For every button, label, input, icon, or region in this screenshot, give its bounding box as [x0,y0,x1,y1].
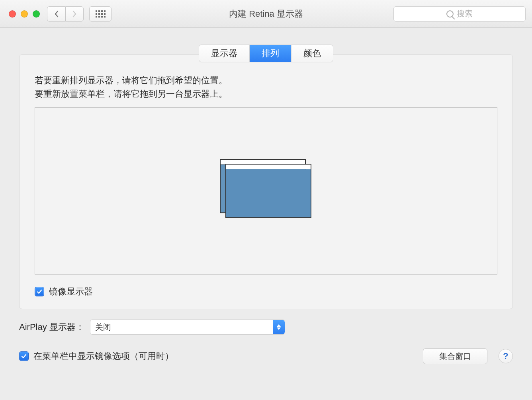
tab-color[interactable]: 颜色 [291,45,333,62]
grid-icon [96,10,106,18]
help-icon: ? [503,351,508,361]
search-icon [446,10,454,18]
check-icon [21,353,27,359]
window-title-text: 内建 Retina 显示器 [229,9,303,19]
display-1-menubar[interactable] [226,165,311,169]
show-mirroring-label: 在菜单栏中显示镜像选项（可用时） [33,350,174,362]
check-icon [36,288,43,295]
content-area: 显示器 排列 颜色 若要重新排列显示器，请将它们拖到希望的位置。 要重新放置菜单… [0,45,532,375]
back-button[interactable] [47,6,65,22]
airplay-select[interactable]: 关闭 [90,320,285,335]
footer-row: 在菜单栏中显示镜像选项（可用时） 集合窗口 ? [19,348,513,364]
bottom-area: AirPlay 显示器： 关闭 在菜单栏中显示镜像选项（可用时） 集合窗口 ? [0,309,532,364]
zoom-window-button[interactable] [33,10,40,18]
search-input[interactable]: 搜索 [393,6,526,22]
display-1[interactable] [225,164,311,218]
window-controls [9,10,40,18]
gather-windows-label: 集合窗口 [439,351,471,362]
help-button[interactable]: ? [499,349,513,363]
gather-windows-button[interactable]: 集合窗口 [423,348,487,364]
tabs: 显示器 排列 颜色 [199,45,333,62]
tab-arrangement[interactable]: 排列 [250,45,291,62]
forward-button[interactable] [65,6,84,22]
display-1-body [226,169,311,217]
instruction-line-2: 要重新放置菜单栏，请将它拖到另一台显示器上。 [35,87,497,101]
mirror-row: 镜像显示器 [35,286,497,298]
arrangement-panel: 若要重新排列显示器，请将它们拖到希望的位置。 要重新放置菜单栏，请将它拖到另一台… [19,54,513,309]
minimize-window-button[interactable] [21,10,28,18]
arrangement-area[interactable] [35,107,497,275]
airplay-label: AirPlay 显示器： [19,321,84,333]
nav-buttons [47,6,84,22]
chevron-right-icon [72,10,77,18]
select-stepper-icon [273,320,285,334]
mirror-displays-label: 镜像显示器 [49,286,93,298]
show-all-button[interactable] [89,6,111,22]
airplay-selected-value: 关闭 [95,322,111,333]
mirror-displays-checkbox[interactable] [35,287,44,296]
search-placeholder: 搜索 [457,8,473,19]
show-mirroring-checkbox[interactable] [19,351,29,361]
display-stack[interactable] [220,159,312,218]
instructions: 若要重新排列显示器，请将它们拖到希望的位置。 要重新放置菜单栏，请将它拖到另一台… [35,74,497,101]
titlebar: 内建 Retina 显示器 搜索 [0,0,532,28]
instruction-line-1: 若要重新排列显示器，请将它们拖到希望的位置。 [35,74,497,87]
airplay-row: AirPlay 显示器： 关闭 [19,320,513,335]
tab-display[interactable]: 显示器 [199,45,250,62]
tabs-container: 显示器 排列 颜色 [0,45,532,62]
close-window-button[interactable] [9,10,16,18]
chevron-left-icon [54,10,59,18]
